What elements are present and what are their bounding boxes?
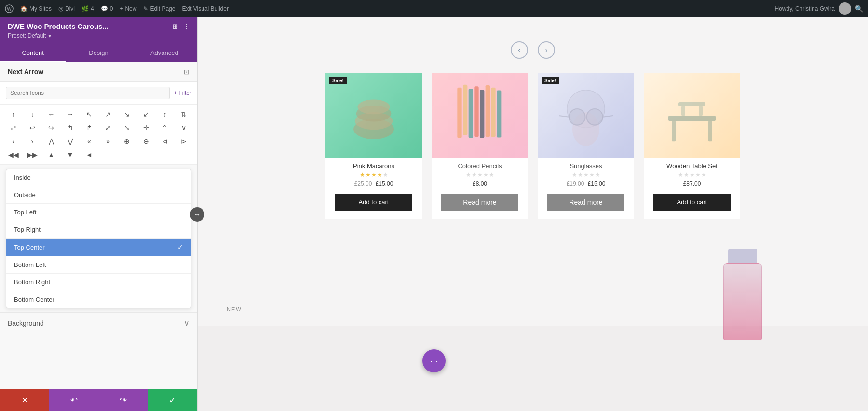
wp-logo-icon[interactable]: W xyxy=(5,4,14,13)
sale-badge-macarons: Sale! xyxy=(329,77,347,84)
icon-expand-v[interactable]: ⇅ xyxy=(175,107,193,121)
product-name-pencils: Colored Pencils xyxy=(435,162,524,170)
icon-diagonal-nw-se[interactable]: ⤡ xyxy=(118,121,136,134)
icon-chevron-left[interactable]: ‹ xyxy=(4,134,23,148)
position-inside[interactable]: Inside xyxy=(6,169,191,186)
edit-page-button[interactable]: ✎ Edit Page xyxy=(143,5,175,12)
icon-chevron-down2[interactable]: ⋁ xyxy=(61,134,80,148)
icon-corner-nw[interactable]: ↰ xyxy=(61,121,80,134)
product-price-sunglasses: £19.00 £15.00 xyxy=(538,180,634,187)
icon-arrow-sw[interactable]: ↙ xyxy=(136,107,155,121)
star-rating-macarons: ★ ★ ★ ★ ★ xyxy=(326,172,422,178)
icon-chevron-down[interactable]: ∨ xyxy=(175,121,193,134)
icon-arrow-right[interactable]: → xyxy=(61,107,80,121)
icon-circle-left[interactable]: ⊲ xyxy=(155,134,174,148)
icon-dbl-left[interactable]: « xyxy=(80,134,98,148)
pencil-icon: ✎ xyxy=(143,5,148,12)
read-more-pencils[interactable]: Read more xyxy=(441,194,518,211)
icon-corner-ne[interactable]: ↱ xyxy=(80,121,98,134)
background-collapse-icon[interactable]: ∨ xyxy=(184,318,190,328)
position-outside[interactable]: Outside xyxy=(6,186,191,204)
fab-button[interactable]: ··· xyxy=(422,349,446,372)
position-bottom-right[interactable]: Bottom Right xyxy=(6,274,191,291)
icon-curved-right[interactable]: ↪ xyxy=(42,121,61,134)
my-sites-menu[interactable]: 🏠 My Sites xyxy=(20,5,52,12)
price-table: £87.00 xyxy=(683,180,701,187)
main-content: ‹ › Sale! Quickvie xyxy=(198,17,868,411)
icon-triangle-up[interactable]: ▲ xyxy=(42,148,61,161)
icon-arrow-up[interactable]: ↑ xyxy=(4,107,23,121)
confirm-button[interactable]: ✓ xyxy=(148,389,197,411)
price-new-macarons: £15.00 xyxy=(376,180,393,187)
section-expand-icon[interactable]: ⊡ xyxy=(184,68,190,76)
icon-filled-dbl-left[interactable]: ◀◀ xyxy=(4,148,23,161)
tab-content[interactable]: Content xyxy=(0,44,66,62)
product-image-wrap-macarons: Sale! Quickview xyxy=(326,73,422,158)
tab-design[interactable]: Design xyxy=(66,44,131,62)
icon-chevron-up[interactable]: ⌃ xyxy=(155,121,174,134)
icon-arrow-se[interactable]: ↘ xyxy=(118,107,136,121)
icon-curved-left[interactable]: ↩ xyxy=(23,121,41,134)
product-price-macarons: £25.00 £15.00 xyxy=(326,180,422,187)
icon-arrow-left[interactable]: ← xyxy=(42,107,61,121)
search-icons-input[interactable] xyxy=(6,87,170,99)
icon-diagonal-ne-sw[interactable]: ⤢ xyxy=(98,121,117,134)
updates-menu[interactable]: 🌿 4 xyxy=(81,5,94,12)
redo-button[interactable]: ↷ xyxy=(99,389,148,411)
tab-advanced[interactable]: Advanced xyxy=(132,44,197,62)
position-top-right[interactable]: Top Right xyxy=(6,221,191,239)
icon-move-all[interactable]: ✛ xyxy=(136,121,155,134)
icon-expand-h[interactable]: ⇄ xyxy=(4,121,23,134)
icon-arrow-nw[interactable]: ↖ xyxy=(80,107,98,121)
read-more-sunglasses[interactable]: Read more xyxy=(547,194,624,211)
icon-arrow-ne[interactable]: ↗ xyxy=(98,107,117,121)
panel-title-row: DWE Woo Products Carous... ⊞ ⋮ xyxy=(8,22,190,30)
divi-menu[interactable]: ◎ Divi xyxy=(58,5,75,12)
quickview-label-table[interactable]: Quickview xyxy=(680,149,704,155)
product-image-pencils xyxy=(432,73,528,158)
price-old-macarons: £25.00 xyxy=(354,180,372,187)
quickview-label-sunglasses[interactable]: Quickview xyxy=(574,149,598,155)
icon-circle-up[interactable]: ⊕ xyxy=(118,134,136,148)
resize-handle[interactable]: ↔ xyxy=(190,207,204,222)
comments-menu[interactable]: 💬 0 xyxy=(101,5,113,12)
position-bottom-left[interactable]: Bottom Left xyxy=(6,256,191,274)
product-card-sunglasses: Sale! Quickview Sunglasses ★ ★ ★ ★ ★ £19… xyxy=(538,73,634,219)
preset-selector[interactable]: Preset: Default xyxy=(8,32,190,39)
position-bottom-center[interactable]: Bottom Center xyxy=(6,291,191,308)
position-top-left[interactable]: Top Left xyxy=(6,204,191,221)
add-to-cart-macarons[interactable]: Add to cart xyxy=(335,194,412,211)
more-options-icon[interactable]: ⋮ xyxy=(183,23,190,30)
carousel-prev-button[interactable]: ‹ xyxy=(511,41,528,59)
product-image-wrap-table: Quickview xyxy=(644,73,740,158)
icon-arrow-down[interactable]: ↓ xyxy=(23,107,41,121)
icon-circle-down[interactable]: ⊖ xyxy=(136,134,155,148)
search-icon[interactable]: 🔍 xyxy=(855,5,863,13)
quickview-label-macarons[interactable]: Quickview xyxy=(362,149,386,155)
exit-visual-builder-button[interactable]: Exit Visual Builder xyxy=(182,5,229,12)
carousel-next-button[interactable]: › xyxy=(538,41,555,59)
add-to-cart-table[interactable]: Add to cart xyxy=(653,194,731,211)
icon-updown[interactable]: ↕ xyxy=(155,107,174,121)
avatar[interactable] xyxy=(839,2,851,15)
background-label: Background xyxy=(8,319,44,327)
icon-dbl-right[interactable]: » xyxy=(98,134,117,148)
undo-button[interactable]: ↶ xyxy=(49,389,98,411)
product-price-pencils: £8.00 xyxy=(432,180,528,187)
icon-chevron-up2[interactable]: ⋀ xyxy=(42,134,61,148)
quickview-label-pencils[interactable]: Quickview xyxy=(468,149,492,155)
icon-triangle-left[interactable]: ◄ xyxy=(80,148,98,161)
star-rating-pencils: ★ ★ ★ ★ ★ xyxy=(432,172,528,178)
howdy-text: Howdy, Christina Gwira xyxy=(775,5,835,12)
icon-chevron-right[interactable]: › xyxy=(23,134,41,148)
icon-filled-dbl-right[interactable]: ▶▶ xyxy=(23,148,41,161)
filter-button[interactable]: + Filter xyxy=(174,90,191,96)
icon-triangle-down[interactable]: ▼ xyxy=(61,148,80,161)
icon-circle-right[interactable]: ⊳ xyxy=(175,134,193,148)
star-1: ★ xyxy=(360,172,365,178)
position-top-center[interactable]: Top Center ✓ xyxy=(6,239,191,256)
expand-icon[interactable]: ⊞ xyxy=(172,23,178,30)
cancel-button[interactable]: ✕ xyxy=(0,389,49,411)
new-content-menu[interactable]: + New xyxy=(120,5,136,12)
product-price-table: £87.00 xyxy=(644,180,740,187)
